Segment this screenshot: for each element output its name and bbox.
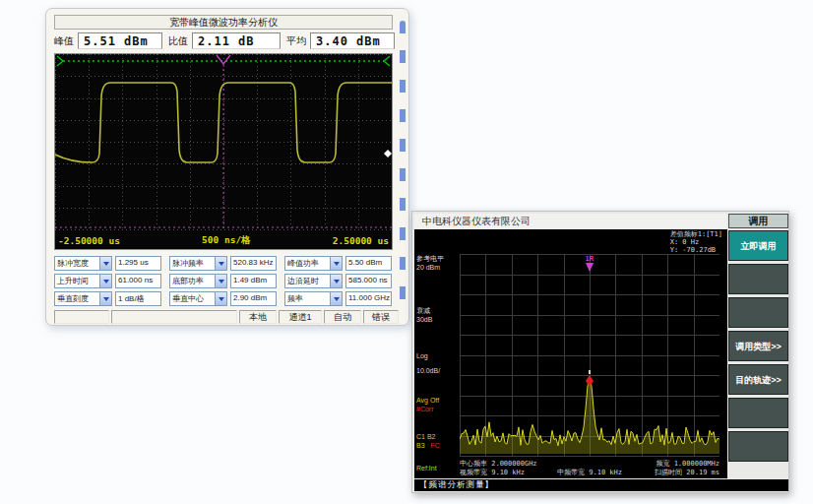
param-edge-delay: 边沿延时 585.000 ns <box>284 274 392 288</box>
delta-marker-readout: 差值频标1:[T1] X: 0 Hz Y: -70.27dB <box>670 230 722 254</box>
peak-marker-icon[interactable] <box>586 375 594 387</box>
bottom-power-dropdown[interactable]: 底部功率 <box>169 274 227 288</box>
status-error: 错误 <box>363 310 399 324</box>
log-scale-annotation: Log 10.0dB/ <box>416 351 460 375</box>
average-label: 平均 <box>286 34 310 48</box>
spectrum-graticule: 1R <box>460 254 719 457</box>
rise-time-dropdown[interactable]: 上升时间 <box>54 274 112 288</box>
trace-status-annotation: C1 B2 B3 FC <box>416 432 460 450</box>
noise-trace <box>460 377 719 454</box>
peak-value: 5.51 dBm <box>78 32 162 49</box>
window-scrollbar[interactable] <box>400 21 406 314</box>
status-bar: 本地 通道1 自动 错误 <box>54 310 393 324</box>
video-bw: 视频带宽 9.10 kHz <box>460 468 525 477</box>
param-row-1: 脉冲宽度 1.295 us 脉冲频率 520.83 kHz 峰值功率 5.50 … <box>54 256 393 271</box>
chevron-down-icon[interactable] <box>330 275 342 287</box>
spectrum-display: 差值频标1:[T1] X: 0 Hz Y: -70.27dB 参考电平 20 d… <box>414 229 727 478</box>
param-frequency: 频率 11.000 GHz <box>284 291 392 306</box>
spectrum-analyzer-title: 中电科仪器仪表有限公司 <box>414 214 726 228</box>
bottom-annotation-row-2: 视频带宽 9.10 kHz 中频带宽 9.10 kHz 扫描时间 20.19 m… <box>460 468 719 477</box>
softkey-recall-type[interactable]: 调用类型>> <box>728 331 788 361</box>
peak-marker-tick <box>589 370 591 374</box>
oscilloscope-display: -2.50000 us 500 ns/格 2.50000 us <box>54 53 393 250</box>
measurement-row: 峰值 5.51 dBm 比值 2.11 dB 平均 3.40 dBm <box>54 32 393 49</box>
vertical-center-dropdown[interactable]: 垂直中心 <box>169 291 227 306</box>
window-power-analyzer: 宽带峰值微波功率分析仪 峰值 5.51 dBm 比值 2.11 dB 平均 3.… <box>45 8 409 326</box>
edge-delay-value[interactable]: 585.000 ns <box>345 274 392 288</box>
bottom-power-value[interactable]: 1.49 dBm <box>230 274 277 288</box>
average-status-annotation: Avg Off #Corr <box>416 396 460 413</box>
status-auto: 自动 <box>324 310 361 324</box>
edge-delay-dropdown[interactable]: 边沿延时 <box>284 274 343 288</box>
softkey-blank-3[interactable] <box>728 398 788 428</box>
peak-label: 峰值 <box>54 34 78 48</box>
average-value: 3.40 dBm <box>310 32 395 49</box>
delta-marker-y: Y: -70.27dB <box>670 246 722 254</box>
cursor-diamond-icon[interactable] <box>384 150 392 158</box>
if-bw: 中频带宽 9.10 kHz <box>557 468 622 477</box>
chevron-down-icon[interactable] <box>330 257 342 270</box>
status-local: 本地 <box>239 310 277 324</box>
softkey-dest-trace[interactable]: 目的轨迹>> <box>728 364 788 395</box>
frequency-dropdown[interactable]: 频率 <box>284 291 343 306</box>
param-pulse-width: 脉冲宽度 1.295 us <box>54 256 161 271</box>
gate-left-arrow-icon[interactable] <box>57 56 63 66</box>
status-cell-empty <box>111 310 237 324</box>
softkey-blank-2[interactable] <box>728 297 788 328</box>
vertical-scale-value[interactable]: 1 dB/格 <box>115 291 161 306</box>
peak-power-dropdown[interactable]: 峰值功率 <box>284 256 343 271</box>
delta-marker-title: 差值频标1:[T1] <box>670 230 722 238</box>
power-analyzer-title: 宽带峰值微波功率分析仪 <box>54 15 393 30</box>
rise-time-value[interactable]: 61.000 ns <box>115 274 161 288</box>
vertical-scale-dropdown[interactable]: 垂直刻度 <box>54 291 112 306</box>
time-axis-left: -2.50000 us <box>58 235 120 246</box>
time-axis-labels: -2.50000 us 500 ns/格 2.50000 us <box>55 232 392 248</box>
pulse-freq-value[interactable]: 520.83 kHz <box>230 256 277 271</box>
mode-footer: 【频谱分析测量】 <box>414 479 788 491</box>
ratio-label: 比值 <box>168 34 192 48</box>
waveform-plot <box>55 54 392 233</box>
softkey-recall-now[interactable]: 立即调用 <box>728 230 788 261</box>
status-channel: 通道1 <box>279 310 322 324</box>
chevron-down-icon[interactable] <box>215 257 226 270</box>
vertical-center-value[interactable]: 2.90 dBm <box>230 291 277 306</box>
frequency-value[interactable]: 11.000 GHz <box>345 291 392 306</box>
pulse-width-value[interactable]: 1.295 us <box>115 256 161 271</box>
gate-right-arrow-icon[interactable] <box>384 56 390 66</box>
softkey-blank-1[interactable] <box>728 264 788 294</box>
param-row-2: 上升时间 61.000 ns 底部功率 1.49 dBm 边沿延时 585.00… <box>54 274 393 288</box>
chevron-down-icon[interactable] <box>215 275 226 287</box>
chevron-down-icon[interactable] <box>330 292 342 305</box>
time-axis-scale: 500 ns/格 <box>202 234 251 247</box>
param-bottom-power: 底部功率 1.49 dBm <box>169 274 277 288</box>
ratio-value: 2.11 dB <box>192 32 281 49</box>
param-peak-power: 峰值功率 5.50 dBm <box>284 256 392 271</box>
chevron-down-icon[interactable] <box>99 257 111 270</box>
sweep-time: 扫描时间 20.19 ms <box>655 468 719 477</box>
chevron-down-icon[interactable] <box>215 292 226 305</box>
time-axis-right: 2.50000 us <box>333 235 389 246</box>
menu-header-recall[interactable]: 调用 <box>728 214 788 228</box>
softkey-blank-4[interactable] <box>728 431 788 462</box>
window-spectrum-analyzer: 中电科仪器仪表有限公司 调用 差值频标1:[T1] X: 0 Hz Y: -70… <box>411 211 789 493</box>
ref-level-annotation: 参考电平 20 dBm <box>416 254 460 272</box>
param-row-3: 垂直刻度 1 dB/格 垂直中心 2.90 dBm 频率 11.000 GHz <box>54 291 393 306</box>
top-marker-icon[interactable] <box>586 263 594 272</box>
pulse-width-dropdown[interactable]: 脉冲宽度 <box>54 256 112 271</box>
chevron-down-icon[interactable] <box>99 275 111 287</box>
param-vertical-center: 垂直中心 2.90 dBm <box>169 291 277 306</box>
top-marker-label: 1R <box>586 255 594 262</box>
attenuation-annotation: 衰减 30dB <box>416 306 460 324</box>
ref-source-annotation: Ref:Int <box>416 464 460 472</box>
param-vertical-scale: 垂直刻度 1 dB/格 <box>54 291 161 306</box>
pulse-freq-dropdown[interactable]: 脉冲频率 <box>169 256 227 271</box>
param-pulse-freq: 脉冲频率 520.83 kHz <box>169 256 277 271</box>
softkey-panel: 立即调用 调用类型>> 目的轨迹>> <box>728 230 788 465</box>
param-rise-time: 上升时间 61.000 ns <box>54 274 161 288</box>
status-cell-empty <box>54 310 109 324</box>
chevron-down-icon[interactable] <box>99 292 111 305</box>
delta-marker-x: X: 0 Hz <box>670 238 722 246</box>
peak-power-value[interactable]: 5.50 dBm <box>345 256 392 271</box>
